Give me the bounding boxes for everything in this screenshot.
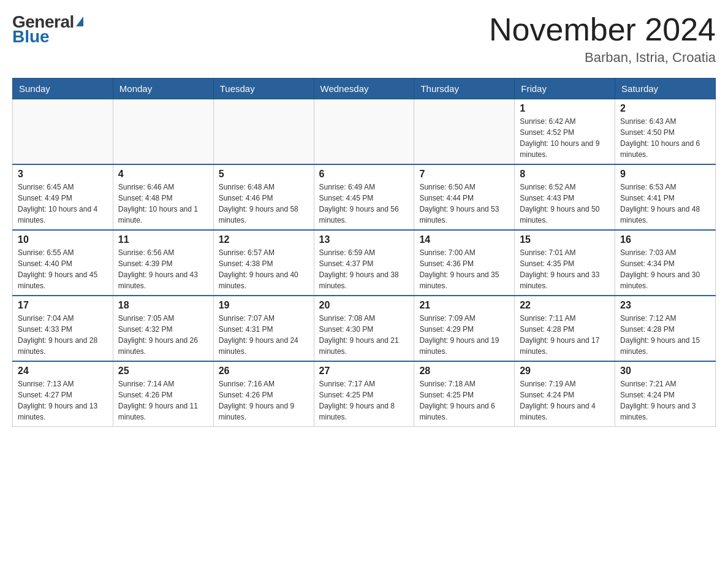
page-header: General Blue November 2024 Barban, Istri… bbox=[12, 12, 716, 66]
day-number: 6 bbox=[319, 169, 409, 180]
day-info: Sunrise: 6:53 AM Sunset: 4:41 PM Dayligh… bbox=[620, 182, 710, 226]
day-info: Sunrise: 7:07 AM Sunset: 4:31 PM Dayligh… bbox=[219, 313, 309, 357]
day-number: 7 bbox=[419, 169, 509, 180]
day-info: Sunrise: 6:49 AM Sunset: 4:45 PM Dayligh… bbox=[319, 182, 409, 226]
day-number: 29 bbox=[520, 366, 610, 377]
day-info: Sunrise: 7:18 AM Sunset: 4:25 PM Dayligh… bbox=[419, 378, 509, 423]
day-number: 12 bbox=[219, 234, 309, 245]
calendar-cell: 30Sunrise: 7:21 AM Sunset: 4:24 PM Dayli… bbox=[615, 361, 716, 427]
day-number: 3 bbox=[18, 169, 108, 180]
day-info: Sunrise: 6:43 AM Sunset: 4:50 PM Dayligh… bbox=[620, 116, 710, 160]
calendar-cell: 4Sunrise: 6:46 AM Sunset: 4:48 PM Daylig… bbox=[113, 164, 213, 230]
day-number: 21 bbox=[419, 300, 509, 311]
calendar-cell: 8Sunrise: 6:52 AM Sunset: 4:43 PM Daylig… bbox=[515, 164, 615, 230]
calendar-cell: 3Sunrise: 6:45 AM Sunset: 4:49 PM Daylig… bbox=[13, 164, 113, 230]
calendar-cell: 7Sunrise: 6:50 AM Sunset: 4:44 PM Daylig… bbox=[414, 164, 515, 230]
calendar-cell: 18Sunrise: 7:05 AM Sunset: 4:32 PM Dayli… bbox=[113, 296, 213, 361]
calendar-cell: 21Sunrise: 7:09 AM Sunset: 4:29 PM Dayli… bbox=[414, 296, 515, 361]
day-number: 2 bbox=[620, 103, 710, 114]
weekday-header-monday: Monday bbox=[113, 79, 213, 99]
day-number: 13 bbox=[319, 234, 409, 245]
day-number: 30 bbox=[620, 366, 710, 377]
logo-arrow-icon bbox=[76, 17, 83, 26]
day-number: 18 bbox=[118, 300, 208, 311]
day-info: Sunrise: 6:42 AM Sunset: 4:52 PM Dayligh… bbox=[520, 116, 610, 160]
calendar-cell bbox=[414, 99, 515, 165]
day-number: 9 bbox=[620, 169, 710, 180]
calendar-cell: 15Sunrise: 7:01 AM Sunset: 4:35 PM Dayli… bbox=[515, 230, 615, 296]
title-section: November 2024 Barban, Istria, Croatia bbox=[489, 12, 716, 66]
day-number: 14 bbox=[419, 234, 509, 245]
day-number: 17 bbox=[18, 300, 108, 311]
calendar-week-3: 10Sunrise: 6:55 AM Sunset: 4:40 PM Dayli… bbox=[13, 230, 716, 296]
day-info: Sunrise: 7:01 AM Sunset: 4:35 PM Dayligh… bbox=[520, 247, 610, 291]
weekday-header-wednesday: Wednesday bbox=[314, 79, 414, 99]
calendar-cell: 25Sunrise: 7:14 AM Sunset: 4:26 PM Dayli… bbox=[113, 361, 213, 427]
day-info: Sunrise: 6:52 AM Sunset: 4:43 PM Dayligh… bbox=[520, 182, 610, 226]
weekday-header-friday: Friday bbox=[515, 79, 615, 99]
calendar-cell: 22Sunrise: 7:11 AM Sunset: 4:28 PM Dayli… bbox=[515, 296, 615, 361]
calendar-cell: 12Sunrise: 6:57 AM Sunset: 4:38 PM Dayli… bbox=[213, 230, 314, 296]
day-number: 27 bbox=[319, 366, 409, 377]
day-number: 28 bbox=[419, 366, 509, 377]
day-info: Sunrise: 7:13 AM Sunset: 4:27 PM Dayligh… bbox=[18, 378, 108, 423]
day-info: Sunrise: 6:45 AM Sunset: 4:49 PM Dayligh… bbox=[18, 182, 108, 226]
calendar-cell: 29Sunrise: 7:19 AM Sunset: 4:24 PM Dayli… bbox=[515, 361, 615, 427]
day-info: Sunrise: 7:09 AM Sunset: 4:29 PM Dayligh… bbox=[419, 313, 509, 357]
calendar-cell: 2Sunrise: 6:43 AM Sunset: 4:50 PM Daylig… bbox=[615, 99, 716, 165]
weekday-header-saturday: Saturday bbox=[615, 79, 716, 99]
calendar-cell: 19Sunrise: 7:07 AM Sunset: 4:31 PM Dayli… bbox=[213, 296, 314, 361]
weekday-header-sunday: Sunday bbox=[13, 79, 113, 99]
day-number: 16 bbox=[620, 234, 710, 245]
calendar-cell bbox=[213, 99, 314, 165]
day-info: Sunrise: 7:05 AM Sunset: 4:32 PM Dayligh… bbox=[118, 313, 208, 357]
day-number: 5 bbox=[219, 169, 309, 180]
day-number: 26 bbox=[219, 366, 309, 377]
day-info: Sunrise: 7:12 AM Sunset: 4:28 PM Dayligh… bbox=[620, 313, 710, 357]
day-info: Sunrise: 7:04 AM Sunset: 4:33 PM Dayligh… bbox=[18, 313, 108, 357]
day-number: 4 bbox=[118, 169, 208, 180]
logo-blue-text: Blue bbox=[12, 27, 50, 47]
calendar-cell: 27Sunrise: 7:17 AM Sunset: 4:25 PM Dayli… bbox=[314, 361, 414, 427]
day-number: 8 bbox=[520, 169, 610, 180]
calendar-cell: 14Sunrise: 7:00 AM Sunset: 4:36 PM Dayli… bbox=[414, 230, 515, 296]
calendar-cell: 6Sunrise: 6:49 AM Sunset: 4:45 PM Daylig… bbox=[314, 164, 414, 230]
calendar-cell: 24Sunrise: 7:13 AM Sunset: 4:27 PM Dayli… bbox=[13, 361, 113, 427]
calendar-cell: 1Sunrise: 6:42 AM Sunset: 4:52 PM Daylig… bbox=[515, 99, 615, 165]
day-info: Sunrise: 6:59 AM Sunset: 4:37 PM Dayligh… bbox=[319, 247, 409, 291]
day-info: Sunrise: 7:16 AM Sunset: 4:26 PM Dayligh… bbox=[219, 378, 309, 423]
calendar-cell: 28Sunrise: 7:18 AM Sunset: 4:25 PM Dayli… bbox=[414, 361, 515, 427]
day-info: Sunrise: 7:17 AM Sunset: 4:25 PM Dayligh… bbox=[319, 378, 409, 423]
calendar-cell: 5Sunrise: 6:48 AM Sunset: 4:46 PM Daylig… bbox=[213, 164, 314, 230]
day-number: 15 bbox=[520, 234, 610, 245]
weekday-header-thursday: Thursday bbox=[414, 79, 515, 99]
day-info: Sunrise: 6:50 AM Sunset: 4:44 PM Dayligh… bbox=[419, 182, 509, 226]
calendar-cell bbox=[113, 99, 213, 165]
calendar-week-4: 17Sunrise: 7:04 AM Sunset: 4:33 PM Dayli… bbox=[13, 296, 716, 361]
day-number: 10 bbox=[18, 234, 108, 245]
day-number: 25 bbox=[118, 366, 208, 377]
day-info: Sunrise: 7:21 AM Sunset: 4:24 PM Dayligh… bbox=[620, 378, 710, 423]
day-info: Sunrise: 7:14 AM Sunset: 4:26 PM Dayligh… bbox=[118, 378, 208, 423]
calendar-week-5: 24Sunrise: 7:13 AM Sunset: 4:27 PM Dayli… bbox=[13, 361, 716, 427]
day-info: Sunrise: 6:46 AM Sunset: 4:48 PM Dayligh… bbox=[118, 182, 208, 226]
calendar-week-2: 3Sunrise: 6:45 AM Sunset: 4:49 PM Daylig… bbox=[13, 164, 716, 230]
day-number: 11 bbox=[118, 234, 208, 245]
day-info: Sunrise: 7:03 AM Sunset: 4:34 PM Dayligh… bbox=[620, 247, 710, 291]
calendar-cell: 26Sunrise: 7:16 AM Sunset: 4:26 PM Dayli… bbox=[213, 361, 314, 427]
calendar-cell: 13Sunrise: 6:59 AM Sunset: 4:37 PM Dayli… bbox=[314, 230, 414, 296]
calendar-cell: 10Sunrise: 6:55 AM Sunset: 4:40 PM Dayli… bbox=[13, 230, 113, 296]
calendar-cell: 17Sunrise: 7:04 AM Sunset: 4:33 PM Dayli… bbox=[13, 296, 113, 361]
location-text: Barban, Istria, Croatia bbox=[489, 50, 716, 66]
calendar-cell: 11Sunrise: 6:56 AM Sunset: 4:39 PM Dayli… bbox=[113, 230, 213, 296]
calendar-week-1: 1Sunrise: 6:42 AM Sunset: 4:52 PM Daylig… bbox=[13, 99, 716, 165]
weekday-header-tuesday: Tuesday bbox=[213, 79, 314, 99]
calendar-cell bbox=[13, 99, 113, 165]
day-number: 19 bbox=[219, 300, 309, 311]
calendar-header-row: SundayMondayTuesdayWednesdayThursdayFrid… bbox=[13, 79, 716, 99]
calendar-cell bbox=[314, 99, 414, 165]
calendar-cell: 20Sunrise: 7:08 AM Sunset: 4:30 PM Dayli… bbox=[314, 296, 414, 361]
logo: General Blue bbox=[12, 12, 83, 47]
day-number: 24 bbox=[18, 366, 108, 377]
day-number: 23 bbox=[620, 300, 710, 311]
